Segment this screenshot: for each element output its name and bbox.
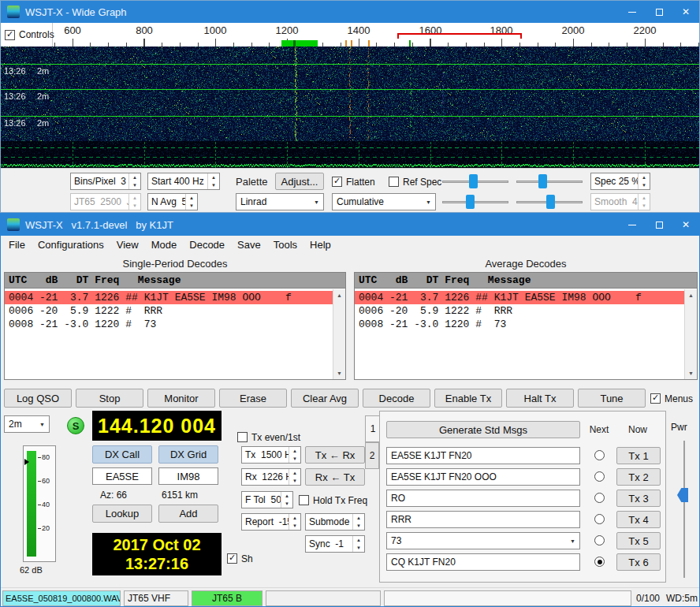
clear-avg-button[interactable]: Clear Avg: [291, 389, 359, 408]
spin-down-icon[interactable]: ▼: [353, 522, 364, 530]
scroll-down-icon[interactable]: ▼: [337, 367, 342, 379]
spin-down-icon[interactable]: ▼: [353, 544, 364, 552]
decode-button[interactable]: Decode: [363, 389, 430, 408]
tune-button[interactable]: Tune: [578, 389, 646, 408]
decode-row[interactable]: 0006 -20 5.9 1222 # RRR: [355, 304, 684, 318]
controls-checkbox[interactable]: ✓ Controls: [5, 29, 54, 41]
slider-handle[interactable]: [546, 195, 555, 209]
f-tol-spinner[interactable]: F Tol 50 ▲▼: [241, 491, 293, 508]
rx-from-tx-button[interactable]: Rx ← Tx: [305, 468, 365, 486]
tx4-message-field[interactable]: RRR: [386, 511, 580, 528]
slider-handle[interactable]: [466, 195, 475, 209]
spin-up-icon[interactable]: ▲: [289, 469, 300, 477]
menus-checkbox[interactable]: ✓ Menus: [650, 393, 693, 404]
tx3-next-radio[interactable]: [594, 493, 605, 503]
spin-up-icon[interactable]: ▲: [208, 173, 219, 181]
tx6-now-button[interactable]: Tx 6: [616, 553, 661, 571]
tx3-now-button[interactable]: Tx 3: [616, 490, 661, 507]
spin-arrows[interactable]: ▲▼: [128, 173, 140, 189]
hold-tx-freq-checkbox[interactable]: Hold Tx Freq: [299, 494, 367, 506]
spin-arrows[interactable]: ▲▼: [352, 514, 364, 530]
spin-arrows[interactable]: ▲▼: [638, 173, 650, 189]
spin-down-icon[interactable]: ▼: [129, 181, 140, 189]
waterfall-gain-slider[interactable]: [442, 173, 508, 190]
close-button[interactable]: ✕: [672, 1, 699, 23]
tx2-next-radio[interactable]: [594, 471, 605, 482]
tx-even-checkbox[interactable]: Tx even/1st: [237, 431, 300, 443]
spin-up-icon[interactable]: ▲: [289, 514, 300, 522]
tab-1[interactable]: 1: [365, 415, 380, 442]
tx6-message-field[interactable]: CQ K1JT FN20: [386, 553, 580, 571]
tx5-now-button[interactable]: Tx 5: [616, 532, 661, 549]
minimize-button[interactable]: [619, 214, 646, 236]
spin-down-icon[interactable]: ▼: [639, 181, 650, 189]
frequency-scale[interactable]: 600 800 1000 1200 1400 1600 1800 2000 22…: [1, 23, 699, 47]
tx5-next-radio[interactable]: [594, 535, 605, 546]
tx1-now-button[interactable]: Tx 1: [616, 447, 661, 464]
bins-per-pixel-spinner[interactable]: Bins/Pixel 3 ▲▼: [70, 173, 141, 190]
rx-freq-spinner[interactable]: Rx 1226 Hz ▲▼: [241, 468, 301, 486]
display-mode-combobox[interactable]: Cumulative ▼: [332, 193, 436, 210]
dx-call-button[interactable]: DX Call: [92, 445, 152, 464]
maximize-button[interactable]: [646, 1, 672, 23]
menu-view[interactable]: View: [110, 239, 145, 251]
dx-grid-button[interactable]: DX Grid: [158, 445, 218, 464]
tx2-message-field[interactable]: EA5SE K1JT FN20 OOO: [386, 468, 580, 486]
menu-decode[interactable]: Decode: [183, 239, 231, 251]
scroll-up-icon[interactable]: ▲: [688, 289, 694, 301]
menu-configurations[interactable]: Configurations: [32, 239, 110, 251]
tx2-now-button[interactable]: Tx 2: [616, 468, 661, 486]
decode-row[interactable]: 0004 -21 3.7 1226 ## K1JT EA5SE IM98 OOO…: [355, 291, 684, 304]
spin-arrows[interactable]: ▲▼: [281, 492, 292, 508]
decode-row[interactable]: 0008 -21 -3.0 1220 # 73: [355, 318, 684, 331]
waterfall-zero-slider[interactable]: [516, 173, 583, 190]
spin-down-icon[interactable]: ▼: [289, 455, 300, 463]
monitor-button[interactable]: Monitor: [147, 389, 215, 408]
slider-handle[interactable]: [538, 174, 547, 188]
scroll-up-icon[interactable]: ▲: [337, 289, 342, 301]
spin-arrows[interactable]: ▲▼: [207, 173, 219, 189]
enable-tx-button[interactable]: Enable Tx: [434, 389, 502, 408]
decode-row[interactable]: 0008 -21 -3.0 1220 # 73: [5, 318, 333, 331]
spin-up-icon[interactable]: ▲: [639, 173, 650, 181]
tab-2[interactable]: 2: [365, 442, 379, 469]
tx1-next-radio[interactable]: [594, 450, 605, 460]
tx4-next-radio[interactable]: [594, 514, 605, 524]
tx4-now-button[interactable]: Tx 4: [616, 511, 661, 528]
report-spinner[interactable]: Report -15 ▲▼: [241, 513, 301, 531]
spin-arrows[interactable]: ▲▼: [185, 194, 197, 210]
scroll-down-icon[interactable]: ▼: [688, 367, 694, 379]
stop-button[interactable]: Stop: [76, 389, 143, 408]
menu-mode[interactable]: Mode: [145, 239, 184, 251]
adjust-palette-button[interactable]: Adjust...: [275, 173, 324, 190]
waterfall-display[interactable]: [1, 47, 699, 168]
spin-down-icon[interactable]: ▼: [289, 477, 300, 485]
maximize-button[interactable]: [646, 214, 672, 236]
lookup-button[interactable]: Lookup: [92, 505, 152, 523]
tx3-message-field[interactable]: RO: [386, 490, 580, 507]
spectrum-zero-slider[interactable]: [516, 193, 583, 210]
close-button[interactable]: ✕: [672, 214, 699, 236]
menu-help[interactable]: Help: [303, 239, 337, 251]
slider-handle[interactable]: [469, 174, 478, 188]
band-combobox[interactable]: 2m ▼: [4, 415, 50, 433]
submode-spinner[interactable]: Submode B ▲▼: [305, 513, 365, 531]
generate-std-msgs-button[interactable]: Generate Std Msgs: [386, 421, 580, 438]
spin-down-icon[interactable]: ▼: [289, 522, 300, 530]
flatten-checkbox[interactable]: ✓ Flatten: [332, 176, 375, 188]
spin-up-icon[interactable]: ▲: [353, 514, 364, 522]
menu-file[interactable]: File: [2, 239, 32, 251]
spin-down-icon[interactable]: ▼: [281, 500, 292, 508]
spin-down-icon[interactable]: ▼: [186, 202, 197, 210]
menu-save[interactable]: Save: [231, 239, 267, 251]
spin-up-icon[interactable]: ▲: [281, 492, 292, 500]
spin-up-icon[interactable]: ▲: [289, 447, 300, 455]
spin-up-icon[interactable]: ▲: [353, 536, 364, 544]
decode-row[interactable]: 0004 -21 3.7 1226 ## K1JT EA5SE IM98 OOO…: [5, 291, 333, 304]
spin-arrows[interactable]: ▲▼: [289, 469, 300, 485]
add-button[interactable]: Add: [158, 505, 218, 523]
spin-up-icon[interactable]: ▲: [129, 173, 140, 181]
pwr-slider-handle[interactable]: [677, 488, 688, 502]
dx-grid-field[interactable]: IM98: [158, 467, 218, 485]
erase-button[interactable]: Erase: [219, 389, 287, 408]
